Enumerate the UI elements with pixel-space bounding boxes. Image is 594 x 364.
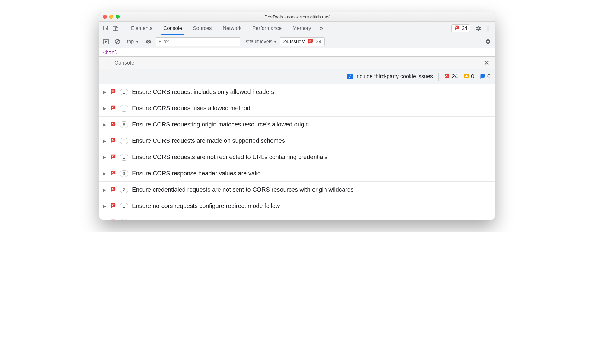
tab-elements[interactable]: Elements: [126, 22, 157, 35]
info-bubble-icon: [480, 74, 486, 80]
close-drawer-icon[interactable]: ✕: [482, 59, 491, 67]
minimize-window-button[interactable]: [109, 15, 113, 19]
chevron-down-icon: ▼: [273, 40, 277, 43]
device-toolbar-icon[interactable]: [111, 24, 120, 33]
error-bubble-icon: [110, 89, 116, 95]
issue-row[interactable]: ▶ 1 Ensure CORS request uses allowed met…: [99, 100, 495, 117]
issue-count-badge: 2: [120, 187, 128, 193]
issue-label: Ensure no-cors requests configure redire…: [132, 203, 280, 209]
clear-console-icon[interactable]: [113, 37, 122, 46]
titlebar: DevTools - cors-errors.glitch.me/: [99, 12, 495, 22]
issue-label: Ensure CORS request includes only allowe…: [132, 88, 274, 95]
issue-row[interactable]: ▶ 1 Ensure CORS requests are not redirec…: [99, 149, 495, 165]
issue-count-badge: 6: [120, 121, 128, 128]
issue-row[interactable]: ▶ 6 Ensure CORS requesting origin matche…: [99, 117, 495, 133]
issue-count-badge: 3: [120, 170, 128, 177]
chevron-right-icon: ▶: [102, 155, 107, 160]
third-party-cookies-checkbox[interactable]: ✓ Include third-party cookie issues: [347, 73, 433, 80]
tab-performance[interactable]: Performance: [248, 22, 286, 35]
issue-label: Ensure CORS requests are made on support…: [132, 137, 285, 144]
issues-filter-bar: ✓ Include third-party cookie issues 24 0…: [99, 69, 495, 84]
chevron-right-icon: ▶: [102, 187, 107, 192]
issue-row[interactable]: ▶ 1 Ensure only same-origin resources ar…: [99, 214, 495, 220]
close-window-button[interactable]: [103, 15, 107, 19]
checkbox-checked-icon: ✓: [347, 74, 353, 79]
live-expression-icon[interactable]: [144, 37, 153, 46]
errors-indicator-button[interactable]: 24: [451, 24, 470, 32]
kebab-menu-icon[interactable]: ⋮: [484, 24, 492, 33]
error-bubble-icon: [110, 138, 116, 144]
tab-console[interactable]: Console: [158, 22, 187, 35]
chevron-right-icon: ▶: [102, 122, 107, 127]
chevron-right-icon: ▶: [102, 171, 107, 176]
chevron-right-icon: ▶: [102, 90, 107, 94]
zoom-window-button[interactable]: [116, 15, 120, 19]
error-bubble-icon: [110, 187, 116, 193]
issue-count-badge: 1: [120, 138, 128, 144]
filter-input[interactable]: [156, 37, 240, 46]
issue-label: Ensure CORS requesting origin matches re…: [132, 121, 309, 128]
traffic-lights: [103, 15, 120, 19]
issue-label: Ensure CORS request uses allowed method: [132, 105, 250, 112]
warnings-count-badge[interactable]: 0: [463, 73, 474, 80]
issue-row[interactable]: ▶ 1 Ensure no-cors requests configure re…: [99, 198, 495, 214]
tab-sources[interactable]: Sources: [188, 22, 216, 35]
issue-label: Ensure only same-origin resources are fe…: [132, 219, 341, 220]
issue-row[interactable]: ▶ 2 Ensure credentialed requests are not…: [99, 182, 495, 198]
errors-count-badge[interactable]: 24: [444, 73, 458, 80]
issues-list[interactable]: ▶ 1 Ensure CORS request includes only al…: [99, 84, 495, 220]
error-bubble-icon: [308, 39, 314, 45]
more-tabs-icon[interactable]: »: [317, 24, 326, 33]
error-bubble-icon: [110, 122, 116, 128]
chevron-right-icon: ▶: [102, 139, 107, 143]
error-bubble-icon: [444, 74, 450, 80]
svg-rect-5: [116, 27, 118, 31]
error-bubble-icon: [110, 105, 116, 111]
context-selector[interactable]: top ▼: [125, 38, 141, 45]
main-tabstrip: Elements Console Sources Network Perform…: [99, 22, 495, 35]
error-bubble-icon: [110, 219, 116, 220]
error-bubble-icon: [454, 25, 460, 31]
settings-icon[interactable]: [474, 24, 483, 33]
svg-line-8: [116, 40, 119, 43]
divider: [123, 25, 123, 32]
info-count-badge[interactable]: 0: [480, 73, 490, 80]
errors-count: 24: [462, 26, 467, 31]
issues-button[interactable]: 24 Issues: 24: [280, 37, 325, 46]
chevron-right-icon: ▶: [102, 204, 107, 209]
console-toolbar: top ▼ Default levels ▼ 24 Issues: 24: [99, 35, 495, 48]
window-title: DevTools - cors-errors.glitch.me/: [99, 14, 495, 19]
console-settings-icon[interactable]: [484, 37, 492, 46]
issue-label: Ensure CORS requests are not redirected …: [132, 154, 327, 161]
log-levels-selector[interactable]: Default levels ▼: [243, 39, 277, 44]
error-bubble-icon: [110, 203, 116, 209]
chevron-down-icon: ▼: [136, 40, 139, 43]
warning-bubble-icon: [463, 74, 469, 80]
inspect-icon[interactable]: [102, 24, 110, 33]
tab-network[interactable]: Network: [218, 22, 246, 35]
issue-row[interactable]: ▶ 3 Ensure CORS response header values a…: [99, 165, 495, 182]
issue-count-badge: 1: [120, 203, 128, 209]
chevron-right-icon: ▶: [102, 106, 107, 111]
issue-row[interactable]: ▶ 1 Ensure CORS request includes only al…: [99, 84, 495, 100]
tab-memory[interactable]: Memory: [288, 22, 316, 35]
issue-label: Ensure CORS response header values are v…: [132, 170, 261, 177]
divider: [438, 73, 439, 81]
devtools-window: DevTools - cors-errors.glitch.me/ Elemen…: [99, 12, 495, 220]
drawer-menu-icon[interactable]: ⋮: [103, 59, 111, 67]
error-bubble-icon: [110, 154, 116, 160]
issue-label: Ensure credentialed requests are not sen…: [132, 186, 354, 193]
html-source-line: <html: [99, 48, 495, 57]
execute-icon[interactable]: [102, 37, 110, 46]
error-bubble-icon: [110, 171, 116, 177]
issue-count-badge: 1: [120, 154, 128, 161]
issue-count-badge: 1: [120, 105, 128, 112]
issue-row[interactable]: ▶ 1 Ensure CORS requests are made on sup…: [99, 133, 495, 149]
drawer-title: Console: [114, 60, 134, 66]
issue-count-badge: 1: [120, 89, 128, 95]
drawer-header: ⋮ Console ✕: [99, 57, 495, 69]
issue-count-badge: 1: [120, 219, 128, 220]
